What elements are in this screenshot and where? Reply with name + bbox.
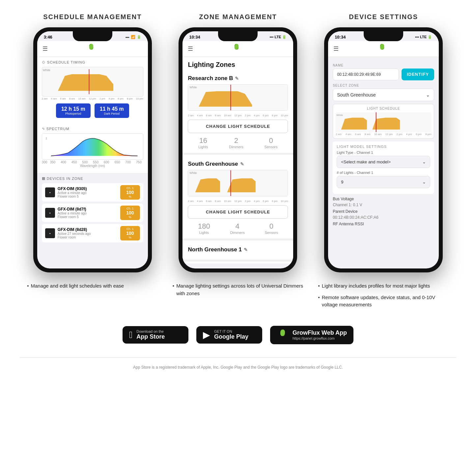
menu-icon-1[interactable]: ☰ [42,45,48,52]
googleplay-small: GET IT ON [214,329,248,333]
spectrum-chart: 1 [42,133,143,160]
rf-section: RF Antenna RSSI [333,222,434,230]
schedule-timing-label: ⏲ SCHEDULE TIMING [42,60,143,64]
lights-count-select[interactable]: 9 ⌄ [337,176,430,188]
device-item-1: ▪ GFX-DIM (9305) Active a minute ago Flo… [42,183,143,202]
schedule-chart: White [42,67,143,97]
spectrum-label: ∿ SPECTRUM [42,126,143,131]
appstore-big: App Store [136,333,165,340]
device-icon-2: ▪ [45,208,55,218]
status-icons-3: ▪▪▪ LTE 🔋 [415,35,432,39]
googleplay-big: Google Play [214,333,248,340]
parent-device-label: Parent Device [333,209,434,214]
schedule-timing-section: ⏲ SCHEDULE TIMING White [37,57,148,121]
svg-text:White: White [336,114,343,117]
wavelength-label: 300350400450500550600650700750 [42,160,143,164]
lights-ch-label: # of Lights - Channel 1 [337,171,430,175]
light-schedule-label: LIGHT SCHEDULE [336,107,431,110]
name-label: NAME [333,64,434,67]
appstore-badge[interactable]:  Download on the App Store [123,326,188,344]
zone-select-dropdown[interactable]: South Greenhouse ⌄ [333,89,434,101]
menu-icon-2[interactable]: ☰ [188,45,193,52]
footer-text: App Store is a registered trademark of A… [133,364,343,371]
svg-text:1: 1 [45,137,47,140]
svg-text:White: White [190,86,197,89]
light-schedule-box: LIGHT SCHEDULE White 2 am4 am6 am [333,104,434,139]
time-labels-1: 2 am4 am6 am8 am10 am12 pm2 pm4 pm6 pm8 … [42,97,143,100]
googleplay-icon: ▶ [203,329,210,340]
section-header-zone: ZONE MANAGEMENT [166,13,310,21]
feature-col-3: • Light library includes profiles for mo… [312,282,456,313]
change-schedule-btn-1[interactable]: CHANGE LIGHT SCHEDULE [188,120,288,133]
photoperiod-block: 12 h 15 m Photoperiod [56,103,91,118]
feature-1-1: • Manage and edit light schedules with e… [27,282,158,290]
parent-device-section: Parent Device 00:12:4B:00:24:AC:CF:A6 [333,209,434,222]
spectrum-section: ∿ SPECTRUM 1 [37,123,148,171]
features-section: • Manage and edit light schedules with e… [20,282,456,313]
svg-marker-11 [199,91,252,107]
menu-icon-3[interactable]: ☰ [333,45,339,52]
time-1: 3:46 [44,35,52,40]
feature-3-2: • Remote software updates, device status… [318,294,449,309]
devices-section: ▩ DEVICES IN ZONE ▪ GFX-DIM (9305) Activ… [37,173,148,248]
growflux-icon [277,329,289,341]
phone-notch-1 [73,31,112,41]
logo-1 [86,43,97,54]
zone-2-times: 2 am4 am6 am8 am10 am12 pm2 pm4 pm6 pm8 … [188,200,288,203]
devices-label: ▩ DEVICES IN ZONE [42,176,143,181]
phone-notch-2 [218,31,258,41]
identify-button[interactable]: IDENTIFY [402,69,434,80]
appstore-small: Download on the [136,329,165,333]
parent-device-val: 00:12:4B:00:24:AC:CF:A6 [333,215,434,220]
device-badge-1: Ch. 1 100 % [120,185,140,200]
zone-2-stats: 180 Lights 4 Dimmers 0 Sensors [188,222,288,235]
svg-marker-3 [58,74,113,91]
svg-text:White: White [190,171,197,175]
bus-voltage-label: Bus Voltage [333,197,434,201]
chart-white-label-1: White [43,69,50,72]
time-3: 10:34 [335,35,346,40]
change-schedule-btn-2[interactable]: CHANGE LIGHT SCHEDULE [188,205,288,219]
device-icon-1: ▪ [45,187,55,197]
device-info-2: GFX-DIM (8d7f) Active a minute ago Flowe… [58,207,118,219]
googleplay-badge[interactable]: ▶ GET IT ON Google Play [196,326,262,344]
schedule-times-3: 2 am4 am6 am8 am10 am12 pm2 pm4 pm6 pm8 … [336,133,431,136]
select-zone-label: SELECT ZONE [333,84,434,87]
growflux-url: https://panel.growflux.com [293,336,347,340]
device-info-1: GFX-DIM (9305) Active a minute ago Flowe… [58,186,118,198]
status-icons-1: ▪▪▪ 📶 🔋 [126,35,141,39]
zone-card-2: South Greenhouse ✎ White [182,157,293,240]
zone-3-title: North Greenhouse 1 ✎ [188,246,288,253]
name-input[interactable]: 00:12:4B:00:29:49:9E:69 [333,69,399,80]
device-item-3: ▪ GFX-DIM (8d28) Active 27 seconds ago F… [42,224,143,242]
zone-1-times: 2 am4 am6 am8 am10 am12 pm2 pm4 pm6 pm8 … [188,114,288,117]
zone-card-1: Research zone B ✎ White [182,71,293,155]
wavelength-unit: Wavelength (nm) [42,164,143,168]
svg-point-8 [234,43,239,50]
zone-2-chart: White [188,170,288,196]
device-icon-3: ▪ [45,228,55,238]
logo-2 [231,43,242,54]
phone-zone: 10:34 ▪▪▪ LTE 🔋 ☰ Lighting Zones [179,27,297,272]
device-item-2: ▪ GFX-DIM (8d7f) Active a minute ago Flo… [42,204,143,222]
logo-3 [377,43,387,54]
make-model-select[interactable]: <Select make and model> ⌄ [337,156,430,168]
phone-device: 10:34 ▪▪▪ LTE 🔋 ☰ NAME [324,27,443,272]
time-2: 10:34 [189,35,200,40]
app-header-2: ☰ [182,41,293,57]
name-row: 00:12:4B:00:29:49:9E:69 IDENTIFY [333,69,434,80]
svg-point-26 [280,329,286,337]
status-icons-2: ▪▪▪ LTE 🔋 [270,35,287,39]
zone-card-3: North Greenhouse 1 ✎ [182,242,293,262]
device-badge-2: Ch. 1 100 % [120,206,140,220]
zone-1-stats: 16 Lights 2 Dimmers 0 Sensors [188,136,288,149]
feature-2-1: • Manage lighting settings across lots o… [173,282,303,297]
bus-voltage-section: Bus Voltage Channel 1: 0.1 V [333,197,434,209]
schedule-blocks: 12 h 15 m Photoperiod 11 h 45 m Dark Per… [42,103,143,118]
svg-marker-22 [341,118,367,129]
device-badge-3: Ch. 1 100 % [120,226,140,240]
light-type-label: Light Type - Channel 1 [337,151,430,154]
growflux-badge[interactable]: GrowFlux Web App https://panel.growflux.… [270,326,353,344]
rf-label: RF Antenna RSSI [333,222,434,226]
badges-section:  Download on the App Store ▶ GET IT ON … [123,326,353,344]
